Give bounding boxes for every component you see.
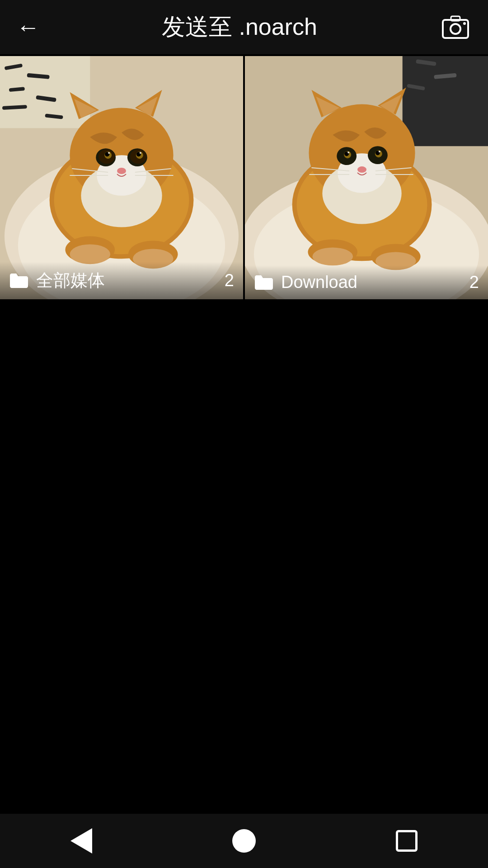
album-all-media[interactable]: 全部媒体 2 xyxy=(0,56,243,299)
album-count-all-media: 2 xyxy=(225,271,234,290)
album-overlay-download: Download 2 xyxy=(245,265,488,299)
back-nav-button[interactable] xyxy=(54,823,108,859)
album-info-all-media: 全部媒体 xyxy=(9,269,105,292)
album-name-all-media: 全部媒体 xyxy=(36,269,105,292)
svg-point-1 xyxy=(450,24,460,34)
album-name-download: Download xyxy=(281,273,357,292)
top-bar: ← 发送至 .noarch xyxy=(0,0,488,54)
page-title: 发送至 .noarch xyxy=(40,11,439,43)
svg-point-66 xyxy=(357,166,366,173)
album-overlay-all-media: 全部媒体 2 xyxy=(0,262,243,299)
svg-rect-2 xyxy=(451,16,460,21)
svg-point-3 xyxy=(463,22,466,25)
album-download[interactable]: Download 2 xyxy=(245,56,488,299)
bottom-nav xyxy=(0,814,488,868)
folder-icon xyxy=(254,274,274,291)
svg-point-64 xyxy=(347,151,349,153)
home-circle-icon xyxy=(232,829,256,853)
svg-point-32 xyxy=(140,152,141,154)
recents-nav-button[interactable] xyxy=(380,823,434,859)
svg-point-31 xyxy=(108,152,110,154)
svg-point-40 xyxy=(70,244,110,264)
back-button[interactable]: ← xyxy=(16,15,40,39)
svg-point-73 xyxy=(312,247,353,265)
album-count-download: 2 xyxy=(469,273,479,292)
media-grid: 全部媒体 2 xyxy=(0,54,488,299)
camera-icon xyxy=(441,13,470,42)
camera-button[interactable] xyxy=(439,11,472,43)
svg-point-33 xyxy=(117,168,126,174)
album-info-download: Download xyxy=(254,273,357,292)
svg-rect-45 xyxy=(403,56,488,146)
svg-point-65 xyxy=(379,151,380,152)
recents-square-icon xyxy=(396,830,418,852)
back-triangle-icon xyxy=(70,828,92,854)
folder-icon xyxy=(9,273,29,289)
home-nav-button[interactable] xyxy=(217,823,271,859)
